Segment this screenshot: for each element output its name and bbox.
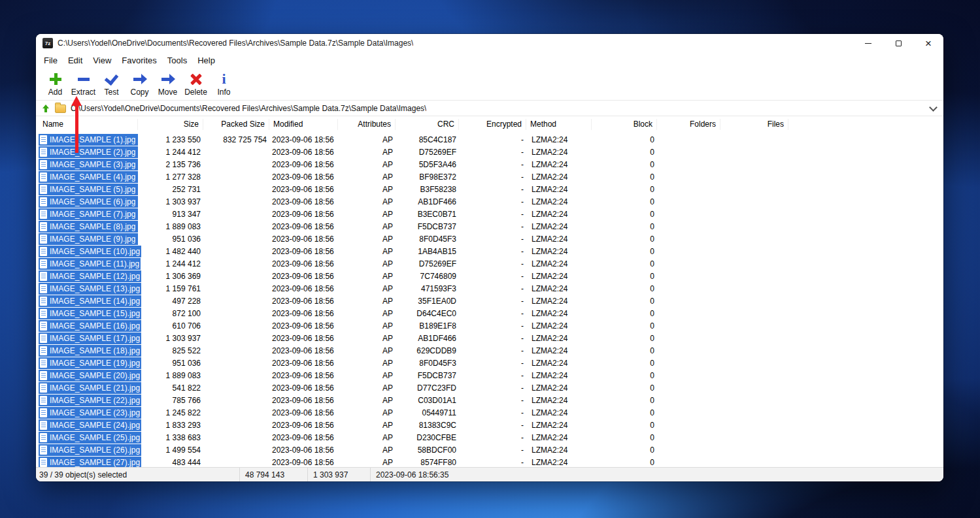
add-plus-icon [48,71,63,87]
extract-button[interactable]: Extract [69,71,97,97]
maximize-icon [896,40,902,46]
selected-file-highlight[interactable]: IMAGE_SAMPLE (19).jpg [39,357,141,369]
selected-file-highlight[interactable]: IMAGE_SAMPLE (22).jpg [39,395,141,406]
table-row[interactable]: IMAGE_SAMPLE (15).jpg872 1002023-09-06 1… [39,307,943,319]
column-header-method[interactable]: Method [526,119,592,130]
table-row[interactable]: IMAGE_SAMPLE (20).jpg1 889 0832023-09-06… [39,369,943,381]
selected-file-highlight[interactable]: IMAGE_SAMPLE (5).jpg [39,184,138,195]
jpg-file-icon [40,321,47,331]
column-header-encrypted[interactable]: Encrypted [459,119,526,130]
column-header-size[interactable]: Size [138,119,203,130]
table-row[interactable]: IMAGE_SAMPLE (22).jpg785 7662023-09-06 1… [39,394,943,406]
selected-file-highlight[interactable]: IMAGE_SAMPLE (1).jpg [39,134,138,146]
selected-file-highlight[interactable]: IMAGE_SAMPLE (6).jpg [39,196,138,208]
table-row[interactable]: IMAGE_SAMPLE (16).jpg610 7062023-09-06 1… [39,319,943,332]
table-row[interactable]: IMAGE_SAMPLE (27).jpg483 4442023-09-06 1… [39,456,943,467]
address-path[interactable]: C:\Users\Yodel\OneDrive\Documents\Recove… [71,104,426,113]
menu-favorites[interactable]: Favorites [116,52,161,68]
selected-file-highlight[interactable]: IMAGE_SAMPLE (10).jpg [39,246,141,257]
move-button[interactable]: Move [154,71,182,97]
table-row[interactable]: IMAGE_SAMPLE (4).jpg1 277 3282023-09-06 … [39,170,943,183]
table-row[interactable]: IMAGE_SAMPLE (3).jpg2 135 7362023-09-06 … [39,158,943,170]
column-header-files[interactable]: Files [720,119,788,130]
copy-button[interactable]: Copy [126,71,154,97]
selected-file-highlight[interactable]: IMAGE_SAMPLE (9).jpg [39,233,138,245]
table-row[interactable]: IMAGE_SAMPLE (17).jpg1 303 9372023-09-06… [39,332,943,344]
file-size: 1 244 412 [138,148,203,157]
table-row[interactable]: IMAGE_SAMPLE (23).jpg1 245 8222023-09-06… [39,406,943,419]
column-header-attributes[interactable]: Attributes [338,119,396,130]
column-header-folders[interactable]: Folders [657,119,720,130]
column-header-block[interactable]: Block [592,119,657,130]
file-enc: - [459,259,526,268]
maximize-button[interactable] [883,34,913,52]
table-row[interactable]: IMAGE_SAMPLE (18).jpg825 5222023-09-06 1… [39,344,943,357]
table-row[interactable]: IMAGE_SAMPLE (24).jpg1 833 2932023-09-06… [39,419,943,431]
column-header-packed[interactable]: Packed Size [203,119,269,130]
table-row[interactable]: IMAGE_SAMPLE (21).jpg541 8222023-09-06 1… [39,381,943,394]
selected-file-highlight[interactable]: IMAGE_SAMPLE (15).jpg [39,308,141,319]
selected-file-highlight[interactable]: IMAGE_SAMPLE (24).jpg [39,419,141,431]
menu-edit[interactable]: Edit [63,52,88,68]
column-header-name[interactable]: Name [39,119,138,130]
selected-file-highlight[interactable]: IMAGE_SAMPLE (16).jpg [39,320,141,332]
address-bar[interactable]: C:\Users\Yodel\OneDrive\Documents\Recove… [36,101,943,116]
jpg-file-icon [40,259,47,268]
selected-file-highlight[interactable]: IMAGE_SAMPLE (27).jpg [39,457,141,468]
column-header-modified[interactable]: Modified [269,119,338,130]
minimize-button[interactable] [853,34,883,52]
selected-file-highlight[interactable]: IMAGE_SAMPLE (8).jpg [39,221,138,233]
selected-file-highlight[interactable]: IMAGE_SAMPLE (7).jpg [39,208,138,220]
table-row[interactable]: IMAGE_SAMPLE (9).jpg951 0362023-09-06 18… [39,233,943,245]
menu-view[interactable]: View [88,52,116,68]
add-button[interactable]: Add [41,71,69,97]
table-row[interactable]: IMAGE_SAMPLE (10).jpg1 482 4402023-09-06… [39,245,943,257]
close-button[interactable]: × [913,34,943,52]
selected-file-highlight[interactable]: IMAGE_SAMPLE (17).jpg [39,332,141,344]
table-row[interactable]: IMAGE_SAMPLE (19).jpg951 0362023-09-06 1… [39,357,943,369]
selected-file-highlight[interactable]: IMAGE_SAMPLE (3).jpg [39,159,138,170]
selected-file-highlight[interactable]: IMAGE_SAMPLE (25).jpg [39,432,141,444]
selected-file-highlight[interactable]: IMAGE_SAMPLE (14).jpg [39,295,141,307]
file-modified: 2023-09-06 18:56 [269,396,338,405]
file-enc: - [459,309,526,318]
test-button[interactable]: Test [97,71,126,97]
table-row[interactable]: IMAGE_SAMPLE (6).jpg1 303 9372023-09-06 … [39,195,943,208]
table-row[interactable]: IMAGE_SAMPLE (26).jpg1 499 5542023-09-06… [39,444,943,456]
table-row[interactable]: IMAGE_SAMPLE (13).jpg1 159 7612023-09-06… [39,282,943,295]
selected-file-highlight[interactable]: IMAGE_SAMPLE (23).jpg [39,407,141,419]
jpg-file-icon [40,458,47,467]
delete-button[interactable]: Delete [182,71,210,97]
table-row[interactable]: IMAGE_SAMPLE (1).jpg1 233 550832 725 754… [39,133,943,146]
selected-file-highlight[interactable]: IMAGE_SAMPLE (21).jpg [39,382,141,394]
menu-tools[interactable]: Tools [162,52,192,68]
menu-file[interactable]: File [39,52,63,68]
file-attr: AP [338,210,396,219]
selected-file-highlight[interactable]: IMAGE_SAMPLE (13).jpg [39,283,141,295]
table-row[interactable]: IMAGE_SAMPLE (14).jpg497 2282023-09-06 1… [39,295,943,307]
selected-file-highlight[interactable]: IMAGE_SAMPLE (20).jpg [39,370,141,381]
title-bar[interactable]: 7z C:\Users\Yodel\OneDrive\Documents\Rec… [36,34,943,52]
file-list[interactable]: IMAGE_SAMPLE (1).jpg1 233 550832 725 754… [36,132,943,467]
selected-file-highlight[interactable]: IMAGE_SAMPLE (11).jpg [39,258,141,270]
table-row[interactable]: IMAGE_SAMPLE (7).jpg913 3472023-09-06 18… [39,208,943,220]
table-row[interactable]: IMAGE_SAMPLE (25).jpg1 338 6832023-09-06… [39,431,943,444]
table-row[interactable]: IMAGE_SAMPLE (8).jpg1 889 0832023-09-06 … [39,220,943,233]
info-button[interactable]: Info [210,71,238,97]
folder-up-icon[interactable] [41,104,50,113]
file-attr: AP [338,272,396,281]
jpg-file-icon [40,408,47,417]
file-modified: 2023-09-06 18:56 [269,371,338,380]
selected-file-highlight[interactable]: IMAGE_SAMPLE (2).jpg [39,146,138,158]
table-row[interactable]: IMAGE_SAMPLE (2).jpg1 244 4122023-09-06 … [39,146,943,158]
column-header-crc[interactable]: CRC [396,119,459,130]
chevron-down-icon[interactable] [930,105,937,112]
selected-file-highlight[interactable]: IMAGE_SAMPLE (18).jpg [39,345,141,357]
table-row[interactable]: IMAGE_SAMPLE (5).jpg252 7312023-09-06 18… [39,183,943,195]
selected-file-highlight[interactable]: IMAGE_SAMPLE (26).jpg [39,444,141,456]
selected-file-highlight[interactable]: IMAGE_SAMPLE (4).jpg [39,171,138,183]
selected-file-highlight[interactable]: IMAGE_SAMPLE (12).jpg [39,270,141,282]
table-row[interactable]: IMAGE_SAMPLE (12).jpg1 306 3692023-09-06… [39,270,943,282]
table-row[interactable]: IMAGE_SAMPLE (11).jpg1 244 4122023-09-06… [39,257,943,270]
menu-help[interactable]: Help [192,52,220,68]
